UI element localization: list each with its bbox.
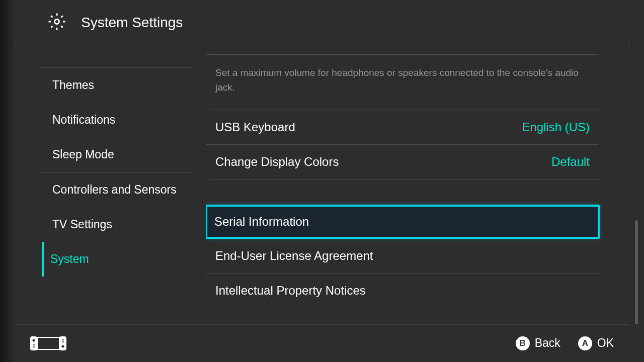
option-value: Default xyxy=(551,155,590,169)
sidebar-item-tv-settings[interactable]: TV Settings xyxy=(40,207,206,242)
svg-point-9 xyxy=(34,346,35,347)
option-eula[interactable]: End-User License Agreement xyxy=(206,239,599,273)
ok-button[interactable]: A OK xyxy=(578,336,614,350)
option-display-colors[interactable]: Change Display Colors Default xyxy=(206,144,599,179)
svg-point-8 xyxy=(33,346,34,347)
scrollbar[interactable] xyxy=(635,220,638,324)
sidebar-item-themes[interactable]: Themes xyxy=(40,68,206,103)
svg-point-10 xyxy=(62,339,63,340)
controller-icon xyxy=(30,336,66,350)
svg-point-11 xyxy=(63,339,64,340)
svg-point-0 xyxy=(55,20,59,24)
sidebar-item-system[interactable]: System xyxy=(42,242,206,277)
b-button-icon: B xyxy=(516,336,530,350)
svg-point-12 xyxy=(62,341,63,342)
sidebar-item-sleep-mode[interactable]: Sleep Mode xyxy=(40,137,206,172)
ok-label: OK xyxy=(597,336,614,350)
back-button[interactable]: B Back xyxy=(516,336,560,350)
header: System Settings xyxy=(15,0,629,43)
option-label: End-User License Agreement xyxy=(215,249,373,263)
footer: B Back A OK xyxy=(15,324,629,362)
option-usb-keyboard[interactable]: USB Keyboard English (US) xyxy=(206,110,599,144)
option-label: Change Display Colors xyxy=(215,155,339,169)
option-value: English (US) xyxy=(522,120,590,134)
svg-point-4 xyxy=(33,339,35,341)
sidebar-item-notifications[interactable]: Notifications xyxy=(40,103,206,137)
option-label: USB Keyboard xyxy=(215,120,295,134)
svg-point-6 xyxy=(33,344,34,345)
footer-buttons: B Back A OK xyxy=(516,336,614,350)
sidebar-item-controllers[interactable]: Controllers and Sensors xyxy=(40,172,206,207)
option-ip-notices[interactable]: Intellectual Property Notices xyxy=(206,273,599,308)
option-description: Set a maximum volume for headphones or s… xyxy=(206,54,599,110)
svg-rect-2 xyxy=(59,336,66,350)
sidebar: Themes Notifications Sleep Mode Controll… xyxy=(0,44,206,324)
svg-rect-1 xyxy=(30,336,37,350)
option-label: Serial Information xyxy=(214,215,309,229)
svg-point-5 xyxy=(62,345,64,347)
svg-point-13 xyxy=(63,341,64,342)
back-label: Back xyxy=(535,336,560,350)
main-panel: Set a maximum volume for headphones or s… xyxy=(206,44,644,324)
option-serial-information[interactable]: Serial Information xyxy=(206,205,600,239)
gear-icon xyxy=(48,13,66,33)
svg-rect-3 xyxy=(37,337,59,349)
option-label: Intellectual Property Notices xyxy=(215,284,366,298)
svg-point-7 xyxy=(34,344,35,345)
a-button-icon: A xyxy=(578,336,592,350)
content: Themes Notifications Sleep Mode Controll… xyxy=(0,44,644,324)
group-gap xyxy=(206,179,599,205)
page-title: System Settings xyxy=(81,15,183,31)
